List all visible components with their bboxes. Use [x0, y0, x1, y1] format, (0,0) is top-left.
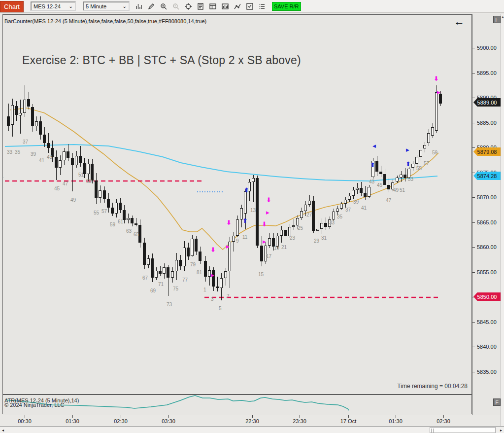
candle [368, 187, 370, 197]
signal-up-arrow-icon: ⬆ [244, 187, 249, 194]
bar-count-label: 33 [329, 220, 335, 225]
zoom-in-icon[interactable] [158, 1, 168, 11]
bar-count-label: 51 [400, 187, 405, 193]
price-axis-tick [472, 197, 475, 198]
scroll-right-icon[interactable]: ▸ [498, 427, 504, 433]
candle [312, 201, 315, 231]
chart-style-icon[interactable] [134, 1, 144, 11]
horizontal-scrollbar[interactable]: ◂ ▸ [0, 426, 504, 433]
price-chart-panel[interactable]: 1333537394143454749515355575961636567697… [2, 14, 472, 395]
price-axis-tick [472, 147, 475, 148]
fixed-scale-button-top[interactable]: F [493, 16, 501, 23]
candle [204, 261, 207, 277]
price-marker: 5850.00 [473, 292, 501, 301]
candle [296, 218, 299, 225]
candle [348, 196, 351, 200]
signal-right-arrow-icon: ▶ [226, 245, 230, 249]
price-marker: 5879.08 [473, 147, 501, 156]
candle-wick [234, 232, 234, 252]
bar-count-label: 47 [63, 181, 68, 186]
barcounter-indicator-label: BarCounter(MES 12-24 (5 Minute),false,fa… [4, 18, 206, 24]
time-axis-tick [168, 415, 169, 418]
bar-count-label: 37 [345, 207, 351, 213]
time-axis-tick [396, 415, 396, 418]
scroll-to-latest-icon[interactable]: ← [454, 16, 465, 28]
bar-count-label: 55 [94, 210, 99, 216]
bar-count-label: 41 [361, 205, 367, 211]
price-axis-tick [472, 73, 475, 73]
candle [95, 180, 98, 198]
candle [256, 178, 259, 246]
price-axis-label: 5835.00 [477, 369, 497, 375]
scrollbar-thumb[interactable] [430, 427, 496, 433]
candle [320, 223, 323, 229]
bar-count-label: 25 [298, 225, 303, 231]
signal-right-arrow-icon: ▶ [266, 211, 269, 215]
bar-count-label: 33 [7, 149, 12, 155]
bar-count-label: 45 [54, 186, 60, 191]
crosshair-icon[interactable] [183, 1, 193, 11]
time-axis-tick [300, 415, 300, 418]
candle [396, 178, 399, 181]
candle [292, 225, 295, 227]
time-axis-label: 23:30 [293, 418, 306, 424]
time-remaining-label: Time remaining = 00:04:28 [397, 383, 468, 390]
bar-count-label: 31 [321, 235, 327, 241]
bar-count-label: 3 [211, 296, 214, 302]
candle [134, 223, 137, 225]
time-axis-tick [25, 415, 25, 418]
bar-count-label: 81 [197, 270, 202, 275]
bar-count-label: 53 [408, 177, 413, 182]
bar-count-label: 45 [377, 182, 382, 188]
time-axis-tick [252, 415, 253, 418]
candle [159, 271, 162, 274]
price-axis[interactable]: F F 5900.005895.005890.005885.005880.005… [472, 14, 501, 415]
draw-icon[interactable] [146, 1, 156, 11]
interval-dropdown[interactable]: 5 Minute ⌄ [83, 1, 130, 11]
candle [375, 161, 378, 172]
scroll-up-icon[interactable]: ▲ [501, 15, 504, 18]
candle [340, 204, 343, 209]
candle [11, 105, 14, 125]
drawing-line-icon[interactable] [232, 1, 242, 11]
tab-chart[interactable]: Chart [0, 1, 24, 12]
signal-right-arrow-icon: ▶ [406, 148, 409, 152]
atr-indicator-panel[interactable]: ATR(MES 12-24 (5 Minute),14) © 2024 Ninj… [2, 395, 472, 414]
time-axis-tick [72, 415, 73, 418]
candle [427, 133, 430, 143]
properties-icon[interactable] [195, 1, 205, 11]
candle [19, 113, 22, 115]
candle [260, 246, 263, 261]
signal-right-arrow-icon: ▶ [437, 90, 440, 95]
bar-count-label: 61 [118, 219, 123, 224]
candle [304, 205, 307, 211]
candle [360, 188, 363, 193]
candle [220, 278, 223, 288]
bar-count-label: 35 [15, 149, 20, 155]
bar-count-label: 17 [266, 253, 271, 259]
candle [183, 248, 186, 266]
bar-count-label: 11 [242, 234, 247, 240]
save-rr-button[interactable]: SAVE R/R [272, 2, 301, 11]
time-axis[interactable]: 00:3001:3002:3003:3022:3023:3017 Oct01:3… [2, 415, 472, 426]
scroll-left-icon[interactable]: ◂ [0, 427, 6, 433]
vertical-scrollbar[interactable]: ▲ [501, 14, 504, 426]
candle [155, 271, 158, 278]
fixed-scale-button-bottom[interactable]: F [493, 398, 501, 406]
bar-count-label: 7 [227, 293, 230, 299]
time-axis-label: 01:30 [66, 418, 79, 424]
signal-up-arrow-icon: ⬆ [405, 161, 411, 168]
candle [99, 190, 101, 198]
list-icon[interactable] [257, 1, 267, 11]
bar-count-label: 57 [101, 209, 107, 214]
candle [356, 188, 359, 190]
indicator-icon[interactable] [220, 1, 230, 11]
candle [107, 199, 110, 208]
candle [43, 135, 46, 143]
bar-count-label: 67 [142, 275, 148, 281]
checklist-icon[interactable] [244, 1, 255, 11]
zoom-out-icon[interactable] [170, 1, 181, 11]
candle [411, 164, 414, 168]
instrument-dropdown[interactable]: MES 12-24 ⌄ [31, 1, 76, 11]
panel-icon[interactable] [207, 1, 218, 11]
